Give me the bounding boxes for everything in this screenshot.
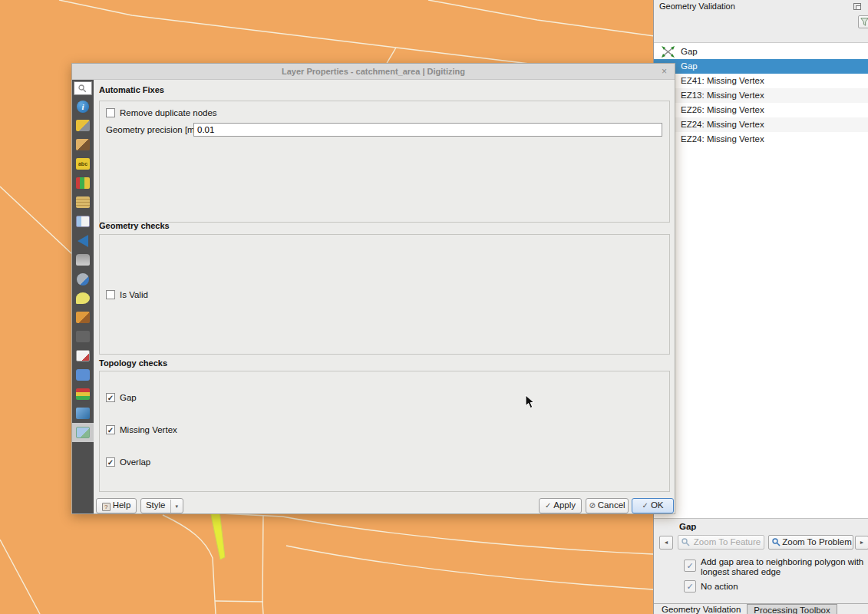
undock-panel-icon[interactable] bbox=[853, 3, 861, 10]
digitizing-icon bbox=[76, 427, 90, 438]
previous-error-button[interactable]: ◄ bbox=[659, 536, 673, 550]
error-row[interactable]: EZ24: Missing Vertex bbox=[654, 117, 868, 132]
attributes-form-icon bbox=[76, 216, 90, 227]
sidebar-item-joins[interactable] bbox=[72, 231, 94, 250]
layer-properties-dialog: Layer Properties - catchment_area | Digi… bbox=[71, 63, 675, 514]
sidebar-item-attributes-form[interactable] bbox=[72, 212, 94, 231]
previous-arrow-icon: ◄ bbox=[664, 540, 669, 545]
help-button[interactable]: ?Help bbox=[96, 498, 137, 513]
next-error-button[interactable]: ► bbox=[855, 536, 868, 550]
sidebar-item-source[interactable] bbox=[72, 116, 94, 135]
dependencies-icon bbox=[76, 369, 90, 381]
geometry-precision-input[interactable] bbox=[193, 123, 662, 137]
sidebar-item-actions[interactable] bbox=[72, 269, 94, 289]
sidebar-item-diagrams[interactable] bbox=[72, 173, 94, 193]
sidebar-item-metadata[interactable] bbox=[72, 346, 94, 365]
magnifier-icon bbox=[772, 538, 781, 546]
error-group-header[interactable]: Gap bbox=[654, 45, 868, 59]
tab-geometry-validation[interactable]: Geometry Validation bbox=[662, 605, 741, 614]
error-row[interactable]: EZ41: Missing Vertex bbox=[654, 74, 868, 88]
resolution-no-action-label: No action bbox=[701, 582, 868, 592]
next-arrow-icon: ► bbox=[860, 540, 865, 545]
apply-check-icon: ✓ bbox=[545, 501, 551, 510]
is-valid-label: Is Valid bbox=[120, 290, 148, 299]
remove-duplicate-nodes-label: Remove duplicate nodes bbox=[120, 108, 217, 117]
ok-button[interactable]: ✓OK bbox=[632, 498, 674, 513]
information-icon: i bbox=[77, 101, 89, 113]
search-icon bbox=[78, 84, 87, 93]
legend-icon bbox=[76, 388, 90, 400]
filter-funnel-icon bbox=[860, 18, 868, 26]
symbology-icon bbox=[76, 139, 90, 150]
resolution-add-gap-area-label: Add gap area to neighboring polygon with… bbox=[701, 557, 868, 577]
resolution-no-action-check[interactable]: ✓ bbox=[684, 580, 696, 593]
actions-icon bbox=[77, 273, 89, 286]
apply-button[interactable]: ✓Apply bbox=[539, 498, 582, 513]
properties-sidebar: i abc bbox=[72, 80, 94, 513]
filter-errors-button[interactable] bbox=[858, 15, 868, 28]
is-valid-checkbox[interactable] bbox=[106, 290, 115, 299]
display-icon bbox=[76, 292, 90, 304]
remove-duplicate-nodes-checkbox[interactable] bbox=[106, 108, 115, 117]
geometry-validation-panel: Geometry Validation Gap Gap EZ41: Missin… bbox=[653, 0, 868, 614]
panel-title: Geometry Validation bbox=[659, 2, 735, 11]
joins-icon bbox=[78, 235, 88, 247]
sidebar-item-auxiliary-storage[interactable] bbox=[72, 250, 94, 269]
error-row[interactable]: EZ24: Missing Vertex bbox=[654, 132, 868, 147]
sidebar-item-symbology[interactable] bbox=[72, 135, 94, 154]
check-icon: ✓ bbox=[686, 561, 693, 570]
sidebar-search-input[interactable] bbox=[74, 81, 92, 95]
error-row[interactable]: EZ26: Missing Vertex bbox=[654, 103, 868, 117]
dialog-title: Layer Properties - catchment_area | Digi… bbox=[282, 67, 465, 76]
style-dropdown-button[interactable]: Style▾ bbox=[140, 498, 183, 513]
cancel-icon: ⊘ bbox=[589, 501, 595, 510]
sidebar-item-dependencies[interactable] bbox=[72, 365, 94, 385]
error-group-label: Gap bbox=[681, 47, 698, 56]
cancel-button[interactable]: ⊘Cancel bbox=[586, 498, 629, 513]
error-list: Gap Gap EZ41: Missing Vertex EZ13: Missi… bbox=[654, 42, 868, 519]
missing-vertex-checkbox[interactable]: ✓ bbox=[106, 425, 115, 434]
sidebar-item-legend[interactable] bbox=[72, 385, 94, 404]
sidebar-item-rendering[interactable] bbox=[72, 308, 94, 327]
geometry-precision-label: Geometry precision [m] bbox=[106, 125, 197, 134]
gap-check-icon bbox=[662, 46, 675, 58]
rendering-icon bbox=[76, 312, 90, 323]
error-row[interactable]: EZ13: Missing Vertex bbox=[654, 88, 868, 103]
automatic-fixes-title: Automatic Fixes bbox=[99, 85, 164, 94]
labels-icon: abc bbox=[76, 158, 90, 170]
help-icon: ? bbox=[102, 503, 111, 511]
topology-checks-title: Topology checks bbox=[99, 358, 167, 368]
missing-vertex-label: Missing Vertex bbox=[120, 425, 177, 434]
zoom-to-feature-button[interactable]: Zoom To Feature bbox=[678, 535, 764, 550]
sidebar-item-variables[interactable] bbox=[72, 327, 94, 346]
variables-icon bbox=[76, 331, 90, 342]
geometry-checks-title: Geometry checks bbox=[99, 221, 170, 230]
sidebar-item-qgis-server[interactable] bbox=[72, 404, 94, 423]
qgis-server-icon bbox=[76, 408, 90, 419]
auxiliary-storage-icon bbox=[76, 254, 90, 266]
sidebar-item-display[interactable] bbox=[72, 289, 94, 308]
source-icon bbox=[76, 120, 90, 131]
topology-checks-group bbox=[99, 371, 670, 492]
magnifier-icon bbox=[682, 538, 690, 546]
dialog-titlebar: Layer Properties - catchment_area | Digi… bbox=[72, 64, 675, 80]
automatic-fixes-group bbox=[99, 101, 670, 223]
mouse-cursor bbox=[525, 394, 536, 409]
gap-label: Gap bbox=[120, 393, 137, 402]
error-detail-title: Gap bbox=[679, 522, 696, 531]
ok-check-icon: ✓ bbox=[642, 501, 648, 510]
chevron-down-icon: ▾ bbox=[170, 500, 179, 513]
geometry-checks-group bbox=[99, 234, 670, 355]
sidebar-item-fields[interactable] bbox=[72, 193, 94, 212]
close-icon[interactable]: × bbox=[662, 64, 667, 80]
overlap-checkbox[interactable]: ✓ bbox=[106, 457, 115, 467]
error-row[interactable]: Gap bbox=[654, 59, 868, 74]
sidebar-item-labels[interactable]: abc bbox=[72, 154, 94, 173]
sidebar-item-information[interactable]: i bbox=[72, 97, 94, 116]
resolution-add-gap-area-check[interactable]: ✓ bbox=[684, 560, 696, 572]
sidebar-item-digitizing[interactable] bbox=[72, 423, 94, 442]
zoom-to-problem-button[interactable]: Zoom To Problem bbox=[768, 535, 853, 550]
gap-checkbox[interactable]: ✓ bbox=[106, 393, 115, 402]
tab-processing-toolbox[interactable]: Processing Toolbox bbox=[747, 604, 837, 614]
overlap-label: Overlap bbox=[120, 457, 150, 467]
